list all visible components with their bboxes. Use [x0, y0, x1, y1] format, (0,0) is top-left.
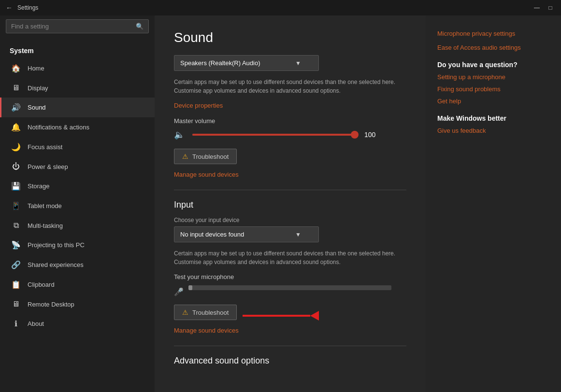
sidebar-label-power: Power & sleep [28, 163, 68, 170]
multitasking-icon: ⧉ [11, 221, 21, 230]
volume-slider-thumb[interactable] [351, 131, 359, 139]
tablet-icon: 📱 [11, 201, 21, 210]
test-mic-label: Test your microphone [174, 273, 406, 280]
sidebar-item-shared[interactable]: 🔗 Shared experiences [0, 255, 155, 275]
input-troubleshoot-row: ⚠ Troubleshoot [174, 305, 406, 327]
output-device-chevron: ▼ [295, 60, 301, 67]
arrow-head [310, 311, 319, 321]
give-feedback-link[interactable]: Give us feedback [437, 127, 549, 134]
remote-icon: 🖥 [11, 300, 21, 308]
section-divider-input [174, 190, 406, 190]
input-device-chevron: ▼ [295, 231, 301, 238]
arrow-line [243, 315, 310, 317]
display-icon: 🖥 [11, 84, 21, 92]
titlebar-controls: — □ [532, 3, 555, 13]
microphone-privacy-link[interactable]: Microphone privacy settings [437, 30, 549, 37]
question-title: Do you have a question? [437, 61, 549, 69]
output-troubleshoot-label: Troubleshoot [192, 153, 229, 160]
sidebar-item-storage[interactable]: 💾 Storage [0, 176, 155, 196]
sidebar-label-focus: Focus assist [28, 143, 62, 151]
sidebar-item-home[interactable]: 🏠 Home [0, 58, 155, 78]
input-desc: Certain apps may be set up to use differ… [174, 249, 396, 266]
sidebar-item-tablet[interactable]: 📱 Tablet mode [0, 196, 155, 216]
sidebar-item-multitasking[interactable]: ⧉ Multi-tasking [0, 216, 155, 235]
sidebar-item-about[interactable]: ℹ About [0, 314, 155, 334]
fixing-sound-link[interactable]: Fixing sound problems [437, 85, 549, 93]
sidebar-item-clipboard[interactable]: 📋 Clipboard [0, 275, 155, 294]
back-button[interactable]: ← [6, 4, 13, 12]
app-body: 🔍 System 🏠 Home 🖥 Display 🔊 Sound 🔔 Noti… [0, 15, 561, 392]
sidebar-label-notifications: Notifications & actions [28, 124, 89, 131]
mic-bar-fill [188, 285, 192, 290]
input-device-select[interactable]: No input devices found ▼ [174, 226, 319, 242]
maximize-button[interactable]: □ [546, 3, 555, 13]
output-device-select[interactable]: Speakers (Realtek(R) Audio) ▼ [174, 55, 319, 71]
output-manage-sound-link[interactable]: Manage sound devices [174, 171, 406, 178]
sidebar-label-shared: Shared experiences [28, 261, 84, 268]
warn-icon-output: ⚠ [182, 153, 188, 160]
get-help-link[interactable]: Get help [437, 98, 549, 105]
sidebar-item-notifications[interactable]: 🔔 Notifications & actions [0, 117, 155, 137]
input-troubleshoot-button[interactable]: ⚠ Troubleshoot [174, 305, 237, 320]
sidebar-item-remote[interactable]: 🖥 Remote Desktop [0, 294, 155, 314]
output-troubleshoot-button[interactable]: ⚠ Troubleshoot [174, 149, 237, 164]
storage-icon: 💾 [11, 182, 21, 191]
minimize-button[interactable]: — [532, 3, 542, 13]
device-properties-link[interactable]: Device properties [174, 102, 223, 109]
arrow-annotation [243, 311, 319, 321]
sidebar-item-display[interactable]: 🖥 Display [0, 78, 155, 98]
right-panel: Microphone privacy settings Ease of Acce… [426, 15, 561, 392]
sidebar-item-sound[interactable]: 🔊 Sound [0, 98, 155, 117]
input-section-title: Input [174, 200, 406, 210]
output-desc: Certain apps may be set up to use differ… [174, 78, 396, 95]
volume-row: 🔈 100 [174, 129, 406, 140]
make-better-title: Make Windows better [437, 114, 549, 122]
search-icon: 🔍 [136, 23, 144, 30]
choose-input-label: Choose your input device [174, 217, 406, 224]
sidebar-item-focus[interactable]: 🌙 Focus assist [0, 137, 155, 157]
input-device-select-wrapper[interactable]: No input devices found ▼ [174, 226, 319, 242]
sidebar-label-storage: Storage [28, 182, 50, 190]
titlebar-title: Settings [17, 4, 38, 11]
sidebar-label-sound: Sound [28, 104, 46, 111]
input-manage-sound-link[interactable]: Manage sound devices [174, 327, 406, 334]
sidebar-item-projecting[interactable]: 📡 Projecting to this PC [0, 235, 155, 255]
sidebar-label-tablet: Tablet mode [28, 202, 62, 210]
volume-icon: 🔈 [174, 129, 185, 140]
warn-icon-input: ⚠ [182, 308, 188, 316]
mic-bar-container [188, 285, 391, 290]
power-icon: ⏻ [11, 162, 21, 171]
titlebar: ← Settings — □ [0, 0, 561, 15]
sidebar-label-home: Home [28, 65, 44, 72]
search-box[interactable]: 🔍 [6, 19, 149, 33]
about-icon: ℹ [11, 319, 21, 328]
sidebar-label-multitasking: Multi-tasking [28, 222, 63, 229]
sidebar-item-power[interactable]: ⏻ Power & sleep [0, 157, 155, 176]
sidebar-label-clipboard: Clipboard [28, 281, 55, 288]
master-volume-label: Master volume [174, 117, 406, 125]
output-device-select-wrapper[interactable]: Speakers (Realtek(R) Audio) ▼ [174, 55, 319, 71]
page-title: Sound [174, 30, 406, 45]
input-device-name: No input devices found [180, 231, 244, 238]
sidebar-label-display: Display [28, 84, 48, 92]
notifications-icon: 🔔 [11, 123, 21, 132]
search-input[interactable] [11, 23, 136, 30]
section-divider-advanced [174, 346, 406, 346]
sidebar-label-remote: Remote Desktop [28, 301, 74, 308]
volume-value: 100 [364, 131, 382, 139]
main-content: Sound Speakers (Realtek(R) Audio) ▼ Cert… [155, 15, 426, 392]
projecting-icon: 📡 [11, 240, 21, 250]
sidebar: 🔍 System 🏠 Home 🖥 Display 🔊 Sound 🔔 Noti… [0, 15, 155, 392]
volume-slider-fill [192, 134, 357, 136]
system-label: System [0, 39, 155, 58]
titlebar-left: ← Settings [6, 4, 38, 12]
output-device-name: Speakers (Realtek(R) Audio) [180, 59, 260, 67]
mic-icon: 🎤 [174, 287, 184, 296]
ease-of-access-link[interactable]: Ease of Access audio settings [437, 44, 549, 51]
sidebar-label-about: About [28, 320, 44, 327]
input-troubleshoot-label: Troubleshoot [192, 309, 229, 316]
setting-up-mic-link[interactable]: Setting up a microphone [437, 73, 549, 81]
volume-slider-track[interactable] [192, 134, 357, 136]
sidebar-label-projecting: Projecting to this PC [28, 241, 85, 249]
home-icon: 🏠 [11, 64, 21, 73]
